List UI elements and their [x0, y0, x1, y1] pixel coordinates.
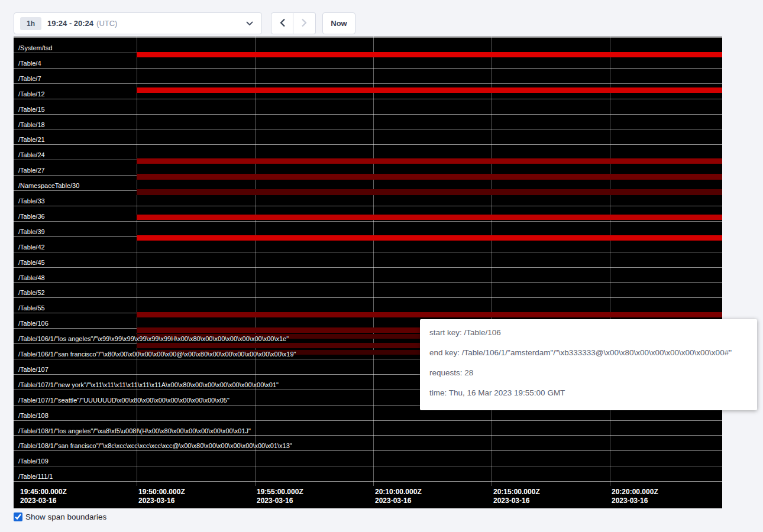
key-span-label: /Table/108/1/"los angeles"/"\xa8\xf5\u00… — [18, 427, 251, 435]
time-range-nav — [271, 12, 316, 34]
time-axis-label: 19:50:00.000Z2023-03-16 — [138, 488, 185, 505]
time-axis-label: 20:20:00.000Z2023-03-16 — [612, 488, 658, 505]
span-boundary-line — [14, 420, 722, 421]
time-axis-label: 19:45:00.000Z2023-03-16 — [20, 488, 67, 505]
key-span-label: /Table/55 — [18, 304, 45, 312]
key-span-label: /Table/33 — [18, 197, 45, 205]
time-axis-label: 20:10:00.000Z2023-03-16 — [375, 488, 422, 505]
time-gridline — [255, 37, 256, 486]
key-span-label: /Table/109 — [18, 458, 49, 465]
key-span-label: /Table/42 — [18, 244, 45, 251]
key-span-label: /Table/106/1/"los angeles"/"\x99\x99\x99… — [18, 335, 289, 343]
key-span-label: /Table/107 — [18, 366, 49, 374]
key-span-label: /Table/111/1 — [18, 473, 53, 481]
span-boundary-line — [14, 466, 722, 466]
show-span-boundaries-label: Show span boundaries — [25, 512, 106, 521]
key-span-label: /Table/107/1/"new york"/"\x11\x11\x11\x1… — [18, 381, 279, 389]
span-boundary-line — [14, 99, 722, 99]
time-range-picker[interactable]: 1h 19:24 - 20:24 (UTC) — [14, 12, 262, 34]
key-span-label: /Table/108 — [18, 412, 49, 420]
key-span-label: /Table/48 — [18, 274, 45, 282]
key-span-label: /Table/108/1/"san francisco"/"\x8c\xcc\x… — [18, 442, 292, 450]
time-range-timezone: (UTC) — [96, 19, 117, 28]
span-boundary-line — [14, 144, 722, 145]
key-span-label: /Table/15 — [18, 106, 45, 113]
key-span-label: /Table/45 — [18, 259, 45, 267]
span-boundary-line — [14, 450, 722, 451]
hot-range-band[interactable] — [137, 215, 722, 220]
bucket-tooltip: start key: /Table/106 end key: /Table/10… — [420, 319, 757, 410]
next-range-button[interactable] — [293, 12, 316, 34]
span-boundary-line — [14, 282, 722, 283]
key-span-label: /Table/107/1/"seattle"/"UUUUUUD\x00\x80\… — [18, 397, 229, 404]
key-span-label: /Table/27 — [18, 167, 45, 174]
hot-range-band[interactable] — [137, 158, 722, 164]
hot-range-band[interactable] — [137, 312, 722, 317]
key-span-label: /Table/36 — [18, 213, 45, 220]
key-span-label: /Table/106 — [18, 320, 49, 327]
key-span-label: /Table/106/1/"san francisco"/"\x80\x00\x… — [18, 351, 296, 358]
key-span-label: /Table/39 — [18, 228, 45, 236]
time-gridline — [137, 37, 137, 486]
key-visualizer-canvas[interactable]: /System/tsd/Table/4/Table/7/Table/12/Tab… — [14, 37, 722, 508]
span-boundary-line — [14, 83, 722, 84]
show-span-boundaries-control[interactable]: Show span boundaries — [14, 512, 106, 521]
chevron-right-icon — [302, 18, 307, 29]
span-boundary-line — [14, 252, 722, 252]
time-axis-label: 20:15:00.000Z2023-03-16 — [493, 488, 540, 505]
span-boundary-line — [14, 435, 722, 436]
span-boundary-line — [14, 37, 722, 38]
span-boundary-line — [14, 481, 722, 482]
prev-range-button[interactable] — [271, 12, 293, 34]
now-button[interactable]: Now — [322, 12, 355, 34]
time-gridline — [610, 37, 610, 486]
tooltip-end-key: end key: /Table/106/1/"amsterdam"/"\xb33… — [429, 348, 748, 358]
key-span-label: /Table/4 — [18, 60, 41, 67]
chevron-down-icon — [246, 21, 253, 26]
span-boundary-line — [14, 267, 722, 268]
time-gridline — [492, 37, 492, 486]
time-gridline — [373, 37, 374, 486]
key-span-label: /Table/7 — [18, 75, 41, 83]
tooltip-time: time: Thu, 16 Mar 2023 19:55:00 GMT — [429, 388, 748, 398]
key-span-label: /Table/18 — [18, 121, 45, 129]
key-span-label: /NamespaceTable/30 — [18, 182, 79, 190]
hot-range-band[interactable] — [137, 52, 722, 57]
time-range-label: 19:24 - 20:24 — [47, 19, 93, 28]
key-span-label: /Table/24 — [18, 151, 45, 159]
show-span-boundaries-checkbox[interactable] — [14, 512, 22, 521]
tooltip-start-key: start key: /Table/106 — [429, 327, 748, 338]
key-span-label: /System/tsd — [18, 44, 52, 52]
key-span-label: /Table/52 — [18, 289, 45, 297]
key-span-label: /Table/21 — [18, 136, 45, 144]
span-boundary-line — [14, 129, 722, 129]
span-boundary-line — [14, 206, 722, 206]
chevron-left-icon — [280, 18, 285, 29]
span-boundary-line — [14, 114, 722, 115]
hot-range-band[interactable] — [137, 87, 722, 93]
span-boundary-line — [14, 68, 722, 69]
hot-range-band[interactable] — [137, 235, 722, 241]
hot-range-band[interactable] — [137, 174, 722, 180]
span-boundary-line — [14, 297, 722, 298]
time-range-preset-badge: 1h — [20, 17, 41, 30]
hot-range-band[interactable] — [137, 189, 722, 195]
time-axis-label: 19:55:00.000Z2023-03-16 — [257, 488, 303, 505]
tooltip-requests: requests: 28 — [429, 368, 748, 378]
key-span-label: /Table/12 — [18, 90, 45, 98]
span-boundary-line — [14, 221, 722, 222]
